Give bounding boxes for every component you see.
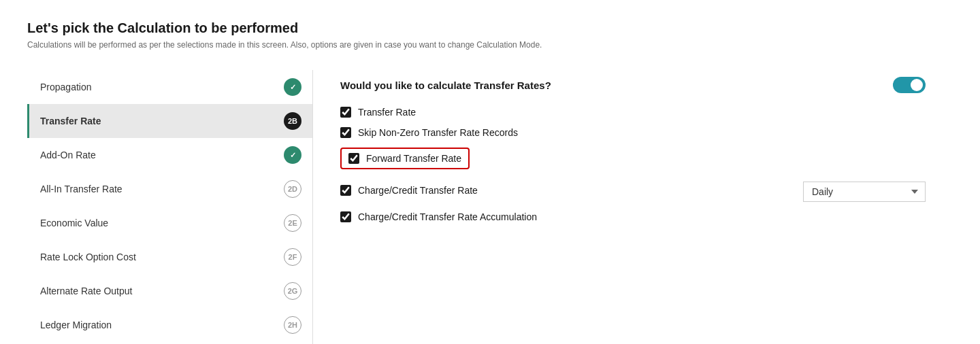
sidebar-item-propagation[interactable]: Propagation✓ (27, 70, 312, 104)
checkbox-skip-non-zero[interactable] (340, 127, 351, 138)
checkbox-transfer-rate[interactable] (340, 107, 351, 118)
sidebar-badge-rate-lock-option-cost: 2F (284, 248, 301, 266)
main-content: Propagation✓Transfer Rate2BAdd-On Rate✓A… (27, 70, 953, 344)
sidebar-item-economic-value[interactable]: Economic Value2E (27, 206, 312, 240)
sidebar-item-label-transfer-rate: Transfer Rate (40, 116, 101, 126)
charge-credit-row: Charge/Credit Transfer Rate Daily Weekly… (340, 179, 926, 202)
sidebar-item-label-all-in-transfer-rate: All-In Transfer Rate (40, 184, 122, 194)
checkbox-row-forward-transfer-rate: Forward Transfer Rate (340, 148, 470, 169)
page-title: Let's pick the Calculation to be perform… (27, 20, 953, 36)
sidebar: Propagation✓Transfer Rate2BAdd-On Rate✓A… (27, 70, 313, 344)
sidebar-item-label-alternate-rate-output: Alternate Rate Output (40, 286, 132, 296)
sidebar-item-label-rate-lock-option-cost: Rate Lock Option Cost (40, 252, 136, 262)
content-area: Would you like to calculate Transfer Rat… (313, 70, 953, 344)
checkbox-row-transfer-rate: Transfer Rate (340, 107, 926, 118)
checkbox-charge-credit-accumulation[interactable] (340, 211, 351, 222)
sidebar-item-label-economic-value: Economic Value (40, 218, 108, 228)
sidebar-badge-add-on-rate: ✓ (284, 146, 301, 164)
sidebar-badge-ledger-migration: 2H (284, 316, 301, 334)
sidebar-item-ledger-migration[interactable]: Ledger Migration2H (27, 308, 312, 342)
checkbox-label-skip-non-zero[interactable]: Skip Non-Zero Transfer Rate Records (358, 127, 518, 138)
sidebar-item-label-propagation: Propagation (40, 82, 92, 92)
sidebar-item-rate-lock-option-cost[interactable]: Rate Lock Option Cost2F (27, 240, 312, 274)
page-subtitle: Calculations will be performed as per th… (27, 40, 953, 50)
toggle-question: Would you like to calculate Transfer Rat… (340, 80, 551, 91)
sidebar-item-label-ledger-migration: Ledger Migration (40, 320, 112, 330)
checkbox-row-charge-credit: Charge/Credit Transfer Rate (340, 185, 478, 196)
checkbox-forward-transfer-rate[interactable] (348, 153, 359, 164)
frequency-dropdown[interactable]: Daily Weekly Monthly Quarterly Annual (803, 182, 926, 202)
dropdown-row: Daily Weekly Monthly Quarterly Annual (803, 182, 926, 202)
transfer-rate-toggle[interactable] (893, 77, 926, 93)
toggle-slider (893, 77, 926, 93)
toggle-row: Would you like to calculate Transfer Rat… (340, 77, 926, 93)
sidebar-badge-economic-value: 2E (284, 214, 301, 232)
sidebar-item-add-on-rate[interactable]: Add-On Rate✓ (27, 138, 312, 172)
checkbox-row-charge-credit-accumulation: Charge/Credit Transfer Rate Accumulation (340, 211, 926, 222)
page-container: Let's pick the Calculation to be perform… (0, 0, 980, 344)
checkbox-row-forward-transfer-rate-wrapper: Forward Transfer Rate (340, 148, 926, 169)
checkbox-list: Transfer Rate Skip Non-Zero Transfer Rat… (340, 107, 926, 222)
checkbox-row-skip-non-zero: Skip Non-Zero Transfer Rate Records (340, 127, 926, 138)
sidebar-badge-all-in-transfer-rate: 2D (284, 180, 301, 198)
sidebar-badge-alternate-rate-output: 2G (284, 282, 301, 300)
checkbox-label-charge-credit-accumulation[interactable]: Charge/Credit Transfer Rate Accumulation (358, 211, 537, 222)
checkbox-charge-credit[interactable] (340, 185, 351, 196)
sidebar-item-alternate-rate-output[interactable]: Alternate Rate Output2G (27, 274, 312, 308)
sidebar-item-transfer-rate[interactable]: Transfer Rate2B (27, 104, 312, 138)
sidebar-badge-propagation: ✓ (284, 78, 301, 96)
sidebar-item-all-in-transfer-rate[interactable]: All-In Transfer Rate2D (27, 172, 312, 206)
sidebar-badge-transfer-rate: 2B (284, 112, 301, 130)
checkbox-label-transfer-rate[interactable]: Transfer Rate (358, 107, 416, 118)
sidebar-item-label-add-on-rate: Add-On Rate (40, 150, 96, 160)
checkbox-label-charge-credit[interactable]: Charge/Credit Transfer Rate (358, 185, 478, 196)
checkbox-label-forward-transfer-rate[interactable]: Forward Transfer Rate (366, 153, 461, 164)
